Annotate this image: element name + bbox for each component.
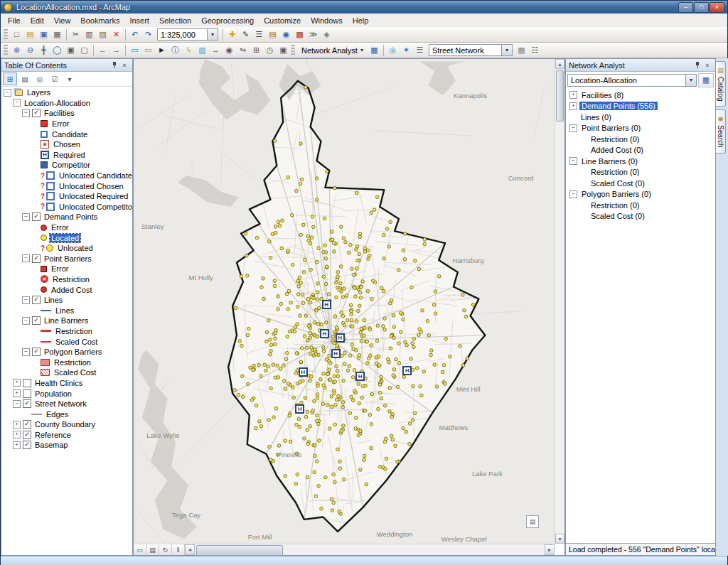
collapse-icon[interactable]: − — [22, 213, 30, 221]
toc-close-button[interactable]: × — [119, 60, 129, 70]
toc-item-basemap[interactable]: +✓Basemap — [1, 440, 132, 451]
close-button[interactable]: × — [710, 2, 724, 13]
toc-list-source-button[interactable]: ▤ — [18, 72, 32, 85]
arctoolbox-window-button[interactable]: ▩ — [293, 28, 306, 41]
expand-icon[interactable]: + — [13, 379, 21, 387]
chevron-down-icon[interactable]: ▾ — [685, 75, 696, 86]
toc-item-street-network[interactable]: −✓Street Network — [1, 399, 132, 409]
toc-item-restriction[interactable]: ✕Restriction — [1, 274, 132, 285]
network-analyst-menu[interactable]: Network Analyst▾ — [297, 43, 368, 58]
time-slider-button[interactable]: ◷ — [263, 43, 277, 57]
network-properties-button[interactable]: ☷ — [528, 43, 542, 57]
toc-item-added-cost[interactable]: Added Cost — [1, 284, 132, 295]
collapse-icon[interactable]: − — [13, 400, 21, 408]
expand-icon[interactable]: + — [13, 421, 21, 429]
toc-item-line-barriers[interactable]: −✓Line Barriers — [1, 316, 132, 326]
map-svg[interactable] — [134, 59, 555, 544]
tab-catalog[interactable]: ▤Catalog — [716, 61, 726, 107]
menu-view[interactable]: View — [49, 15, 76, 26]
layer-checkbox[interactable]: ✓ — [23, 441, 31, 449]
undo-button[interactable]: ↶ — [128, 28, 141, 41]
toc-item-unlocated-chosen[interactable]: ?Unlocated Chosen — [1, 181, 132, 191]
pan-button[interactable]: ╋ — [37, 43, 50, 57]
select-features-button[interactable]: ▭ — [128, 43, 141, 57]
toc-item-health-clinics[interactable]: +Health Clinics — [1, 378, 132, 389]
na-properties-button[interactable]: ▦ — [698, 73, 714, 87]
expand-icon[interactable]: + — [13, 441, 21, 449]
collapse-icon[interactable]: − — [22, 109, 30, 117]
collapse-icon[interactable]: − — [569, 190, 577, 198]
html-popup-button[interactable]: ▥ — [196, 43, 209, 57]
collapse-icon[interactable]: − — [22, 348, 30, 356]
layer-checkbox[interactable] — [23, 389, 31, 398]
toc-item-restriction[interactable]: Restriction — [1, 326, 132, 337]
viewer-window-button[interactable]: ▣ — [277, 43, 290, 57]
collapse-icon[interactable]: − — [569, 157, 577, 165]
model-builder-button[interactable]: ◈ — [320, 28, 333, 41]
toc-item-demand-points[interactable]: −✓Demand Points — [1, 212, 132, 222]
toc-pin-button[interactable] — [109, 60, 119, 70]
hyperlink-button[interactable]: ϟ — [182, 43, 196, 57]
chevron-down-icon[interactable]: ▾ — [207, 29, 218, 40]
expand-icon[interactable]: + — [13, 389, 21, 397]
find-route-button[interactable]: ↬ — [236, 43, 250, 57]
editor-toolbar-button[interactable]: ✎ — [239, 28, 252, 41]
menu-windows[interactable]: Windows — [306, 15, 348, 26]
toolbar-grip[interactable] — [4, 29, 8, 41]
menu-selection[interactable]: Selection — [154, 15, 196, 26]
toc-item-competitor[interactable]: Competitor — [1, 160, 132, 171]
toc-item-error[interactable]: Error — [1, 264, 132, 274]
clear-selection-button[interactable]: ▭ — [141, 43, 155, 57]
toc-item-error[interactable]: Error — [1, 119, 132, 129]
toc-list-drawing-order-button[interactable]: ⊞ — [3, 72, 17, 85]
toc-item-facilities[interactable]: −✓Facilities — [1, 108, 132, 119]
new-document-button[interactable]: □ — [10, 28, 23, 41]
toc-item-unlocated-competitor[interactable]: ?Unlocated Competitor — [1, 202, 132, 212]
layer-checkbox[interactable]: ✓ — [32, 296, 41, 304]
toc-item-candidate[interactable]: Candidate — [1, 129, 132, 139]
build-network-button[interactable]: ▦ — [515, 43, 528, 57]
toc-item-polygon-barriers[interactable]: −✓Polygon Barriers — [1, 347, 132, 357]
collapse-icon[interactable]: − — [22, 296, 30, 304]
zoom-in-button[interactable]: ⊕ — [10, 43, 23, 57]
python-window-button[interactable]: ≫ — [306, 28, 320, 41]
paste-button[interactable]: ▨ — [96, 28, 109, 41]
toc-item-lines[interactable]: −✓Lines — [1, 295, 132, 306]
toc-item-location-allocation[interactable]: −Location-Allocation — [1, 98, 132, 109]
table-of-contents-toggle-button[interactable]: ☰ — [252, 28, 266, 41]
layer-checkbox[interactable]: ✓ — [23, 420, 31, 429]
open-file-button[interactable]: ▤ — [23, 28, 37, 41]
scroll-down-icon[interactable]: ▼ — [555, 534, 564, 544]
toc-item-unlocated[interactable]: ?Unlocated — [1, 243, 132, 254]
redo-button[interactable]: ↷ — [141, 28, 155, 41]
toc-item-county-boundary[interactable]: +✓County Boundary — [1, 419, 132, 430]
layer-checkbox[interactable]: ✓ — [32, 212, 41, 221]
tab-search[interactable]: ◉Search — [716, 109, 726, 154]
identify-button[interactable]: ⓘ — [168, 43, 182, 57]
delete-button[interactable]: ✕ — [109, 28, 123, 41]
menu-customize[interactable]: Customize — [259, 15, 306, 26]
na-item-polygon-barriers-0[interactable]: −Polygon Barriers (0) — [566, 189, 715, 200]
na-item-restriction-0[interactable]: Restriction (0) — [566, 134, 715, 145]
map-hscrollbar[interactable]: ◄ ► — [185, 544, 555, 555]
menu-geoprocessing[interactable]: Geoprocessing — [196, 15, 259, 26]
layer-checkbox[interactable]: ✓ — [23, 431, 31, 439]
map-overflow-button[interactable]: ▤ — [526, 515, 539, 528]
na-item-restriction-0[interactable]: Restriction (0) — [566, 167, 715, 178]
layer-checkbox[interactable]: ✓ — [32, 254, 41, 263]
na-close-button[interactable]: × — [702, 60, 712, 70]
na-item-added-cost-0[interactable]: Added Cost (0) — [566, 145, 715, 156]
toc-item-edges[interactable]: Edges — [1, 409, 132, 419]
hscroll-thumb[interactable] — [196, 545, 283, 556]
collapse-icon[interactable]: − — [569, 124, 577, 132]
copy-button[interactable]: ▥ — [82, 28, 96, 41]
find-button[interactable]: ◉ — [223, 43, 236, 57]
collapse-icon[interactable]: − — [22, 317, 30, 325]
forward-extent-button[interactable]: → — [109, 43, 123, 57]
na-item-scaled-cost-0[interactable]: Scaled Cost (0) — [566, 211, 715, 222]
directions-button[interactable]: ☰ — [413, 43, 427, 57]
cut-button[interactable]: ✂ — [69, 28, 82, 41]
expand-icon[interactable]: + — [13, 431, 21, 438]
refresh-view-button[interactable]: ↻ — [159, 544, 172, 555]
layer-checkbox[interactable]: ✓ — [32, 109, 41, 117]
